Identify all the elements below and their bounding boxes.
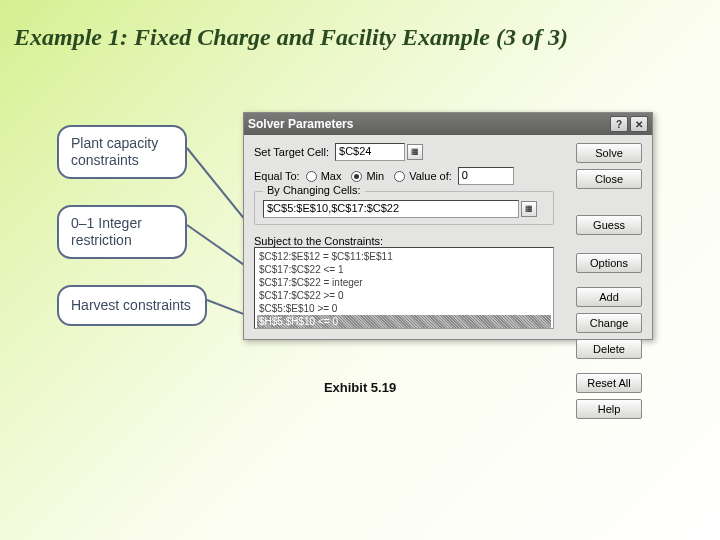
change-button[interactable]: Change <box>576 313 642 333</box>
delete-button[interactable]: Delete <box>576 339 642 359</box>
list-item[interactable]: $C$17:$C$22 >= 0 <box>257 289 551 302</box>
exhibit-caption: Exhibit 5.19 <box>0 380 720 395</box>
constraints-listbox[interactable]: $C$12:$E$12 = $C$11:$E$11 $C$17:$C$22 <=… <box>254 247 554 329</box>
callout-integer-restriction: 0–1 Integer restriction <box>57 205 187 259</box>
dialog-titlebar[interactable]: Solver Parameters ? ✕ <box>244 113 652 135</box>
constraints-label: Subject to the Constraints: <box>254 235 383 247</box>
valueof-input[interactable]: 0 <box>458 167 514 185</box>
list-item[interactable]: $C$17:$C$22 = integer <box>257 276 551 289</box>
radio-max-label: Max <box>321 170 342 182</box>
page-title: Example 1: Fixed Charge and Facility Exa… <box>14 24 568 51</box>
radio-valueof-label: Value of: <box>409 170 452 182</box>
help-icon[interactable]: ? <box>610 116 628 132</box>
options-button[interactable]: Options <box>576 253 642 273</box>
help-button[interactable]: Help <box>576 399 642 419</box>
list-item[interactable]: $H$5:$H$10 <= 0 <box>257 315 551 328</box>
target-cell-label: Set Target Cell: <box>254 146 329 158</box>
range-picker-icon[interactable]: ▦ <box>521 201 537 217</box>
target-cell-input[interactable]: $C$24 <box>335 143 405 161</box>
callout-plant-capacity: Plant capacity constraints <box>57 125 187 179</box>
list-item[interactable]: $C$5:$E$10 >= 0 <box>257 302 551 315</box>
close-button[interactable]: Close <box>576 169 642 189</box>
radio-min[interactable] <box>351 171 362 182</box>
list-item[interactable]: $C$17:$C$22 <= 1 <box>257 263 551 276</box>
guess-button[interactable]: Guess <box>576 215 642 235</box>
changing-cells-input[interactable]: $C$5:$E$10,$C$17:$C$22 <box>263 200 519 218</box>
range-picker-icon[interactable]: ▦ <box>407 144 423 160</box>
dialog-title: Solver Parameters <box>248 117 353 131</box>
solver-parameters-dialog: Solver Parameters ? ✕ Solve Close Guess … <box>243 112 653 340</box>
radio-valueof[interactable] <box>394 171 405 182</box>
close-icon[interactable]: ✕ <box>630 116 648 132</box>
changing-cells-label: By Changing Cells: <box>263 184 365 196</box>
equal-to-label: Equal To: <box>254 170 300 182</box>
add-button[interactable]: Add <box>576 287 642 307</box>
callout-harvest-constraints: Harvest constraints <box>57 285 207 326</box>
radio-min-label: Min <box>366 170 384 182</box>
list-item[interactable]: $C$12:$E$12 = $C$11:$E$11 <box>257 250 551 263</box>
radio-max[interactable] <box>306 171 317 182</box>
solve-button[interactable]: Solve <box>576 143 642 163</box>
